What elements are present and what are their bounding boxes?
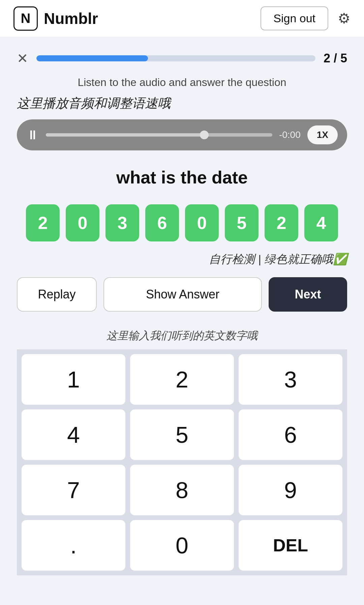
digit-tile: 2 [265,204,298,241]
audio-thumb [200,131,209,139]
app-name: Numblr [44,9,98,28]
dot-key[interactable]: . [22,520,125,571]
digit-tile: 0 [66,204,99,241]
numpad-key-9[interactable]: 9 [239,465,342,515]
close-button[interactable]: ✕ [17,51,28,66]
numpad-annotation: 这里输入我们听到的英文数字哦 [17,328,347,343]
numpad-key-0[interactable]: 0 [130,520,234,571]
speed-button[interactable]: 1X [307,125,338,144]
digit-tiles: 20360524 [17,204,347,241]
pause-button[interactable]: ⏸ [26,128,39,142]
audio-track[interactable] [46,133,272,137]
header-right: Sign out ⚙ [261,6,351,30]
digit-tile: 6 [145,204,179,241]
header-left: N Numblr [13,6,98,31]
replay-button[interactable]: Replay [17,277,97,312]
progress-label: 2 / 5 [324,51,347,65]
digit-tile: 3 [105,204,139,241]
numpad-key-5[interactable]: 5 [130,409,234,460]
instruction-text: Listen to the audio and answer the quest… [17,76,347,89]
question-text: what is the date [17,167,347,188]
main-content: ✕ 2 / 5 Listen to the audio and answer t… [0,37,364,575]
logo-icon: N [13,6,38,31]
progress-bar [36,55,315,61]
numpad-key-7[interactable]: 7 [22,465,125,515]
numpad-key-8[interactable]: 8 [130,465,234,515]
header: N Numblr Sign out ⚙ [0,0,364,37]
audio-track-fill [46,133,204,137]
numpad-key-1[interactable]: 1 [22,354,125,405]
progress-row: ✕ 2 / 5 [17,51,347,66]
audio-player: ⏸ -0:00 1X [17,119,347,150]
action-buttons: Replay Show Answer Next [17,277,347,312]
digit-tile: 2 [26,204,60,241]
digit-tile: 5 [225,204,259,241]
show-answer-button[interactable]: Show Answer [103,277,262,312]
progress-bar-fill [36,55,148,61]
delete-key[interactable]: DEL [239,520,342,571]
digit-tile: 0 [185,204,219,241]
annotation-audio: 这里播放音频和调整语速哦 [17,95,347,112]
numpad-key-6[interactable]: 6 [239,409,342,460]
numpad-key-2[interactable]: 2 [130,354,234,405]
numpad-key-4[interactable]: 4 [22,409,125,460]
numpad: 123456789.0DEL [17,349,347,575]
sign-out-button[interactable]: Sign out [261,6,328,30]
annotation-check: 自行检测 | 绿色就正确哦✅ [17,252,347,267]
digit-tile: 4 [304,204,338,241]
audio-time: -0:00 [279,129,301,140]
gear-icon[interactable]: ⚙ [338,10,351,27]
next-button[interactable]: Next [269,277,347,312]
numpad-key-3[interactable]: 3 [239,354,342,405]
